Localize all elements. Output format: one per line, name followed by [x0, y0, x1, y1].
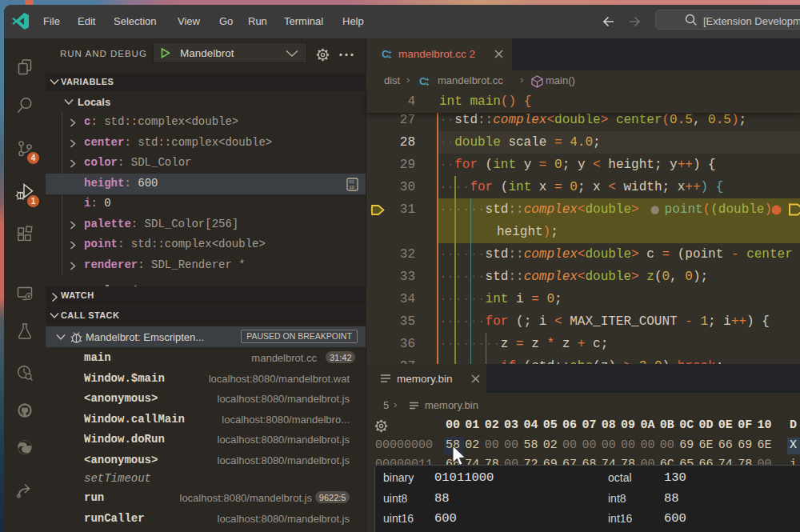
svg-text:+: +: [426, 81, 430, 88]
svg-text:10: 10: [349, 184, 354, 190]
svg-text:+: +: [388, 54, 392, 61]
